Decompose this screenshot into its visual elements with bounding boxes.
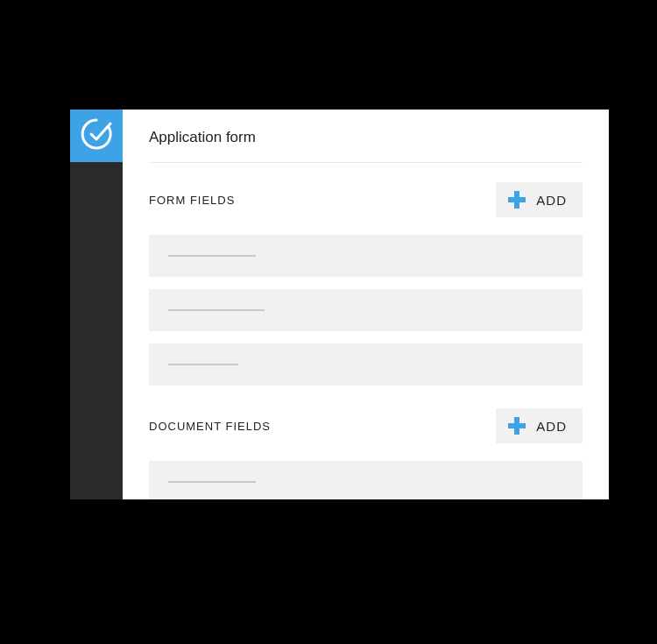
add-button-label: ADD xyxy=(536,193,567,208)
app-window: Application form FORM FIELDS ADD DOCUMEN… xyxy=(70,110,609,499)
form-fields-header: FORM FIELDS ADD xyxy=(149,182,583,217)
page-title: Application form xyxy=(149,129,583,163)
plus-icon xyxy=(508,191,526,209)
form-field-row[interactable] xyxy=(149,289,583,331)
field-placeholder xyxy=(168,309,265,311)
add-button-label: ADD xyxy=(536,419,567,434)
field-placeholder xyxy=(168,481,256,483)
field-placeholder xyxy=(168,255,256,257)
plus-icon xyxy=(508,417,526,435)
form-field-row[interactable] xyxy=(149,235,583,277)
main-content: Application form FORM FIELDS ADD DOCUMEN… xyxy=(123,110,609,499)
field-placeholder xyxy=(168,364,238,365)
document-fields-title: DOCUMENT FIELDS xyxy=(149,420,271,433)
document-fields-header: DOCUMENT FIELDS ADD xyxy=(149,408,583,443)
sidebar xyxy=(70,110,123,499)
logo[interactable] xyxy=(70,110,123,162)
form-field-row[interactable] xyxy=(149,343,583,386)
add-form-field-button[interactable]: ADD xyxy=(496,182,583,217)
add-document-field-button[interactable]: ADD xyxy=(496,408,583,443)
form-fields-title: FORM FIELDS xyxy=(149,194,235,207)
document-field-row[interactable] xyxy=(149,461,583,499)
check-circle-icon xyxy=(79,117,114,155)
